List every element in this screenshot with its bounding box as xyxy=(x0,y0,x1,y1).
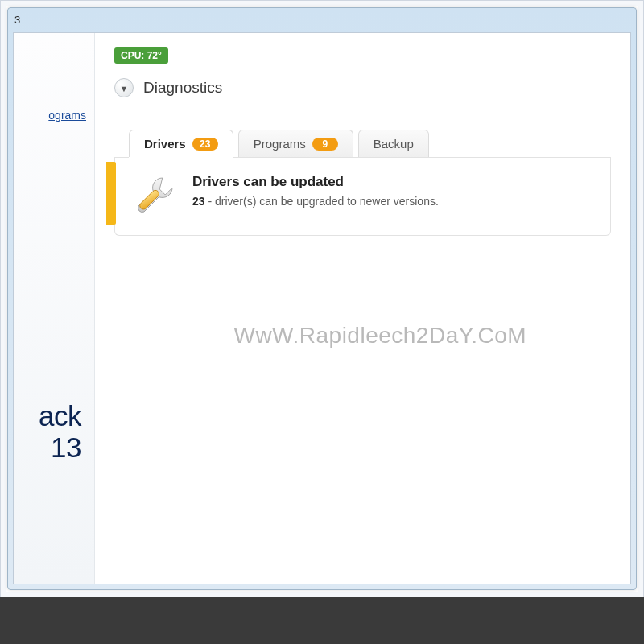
status-text-block: Drivers can be updated 23 - driver(s) ca… xyxy=(192,172,439,208)
section-title: Diagnostics xyxy=(143,79,222,97)
tab-programs[interactable]: Programs 9 xyxy=(238,130,353,157)
tab-drivers-label: Drivers xyxy=(144,137,186,151)
chevron-down-icon: ▼ xyxy=(120,84,129,93)
tab-programs-badge: 9 xyxy=(312,138,338,151)
status-count: 23 xyxy=(192,195,205,208)
tab-drivers-badge: 23 xyxy=(192,138,218,151)
tab-backup-label: Backup xyxy=(374,137,414,151)
image-inner: 3 ograms ack 13 CPU: 72° ▼ xyxy=(0,0,644,597)
section-header: ▼ Diagnostics xyxy=(114,78,611,97)
cpu-badge: CPU: 72° xyxy=(114,47,168,64)
collapse-toggle[interactable]: ▼ xyxy=(114,78,134,97)
client-area: ograms ack 13 CPU: 72° ▼ Diagnostics xyxy=(13,32,631,584)
brand-line1: ack xyxy=(39,400,81,431)
svg-rect-0 xyxy=(138,189,160,211)
wrench-icon xyxy=(133,172,178,217)
tab-strip: Drivers 23 Programs 9 Backup xyxy=(114,130,611,158)
watermark-text: WwW.Rapidleech2DaY.CoM xyxy=(233,323,526,349)
window-titlebar: 3 xyxy=(8,8,636,31)
brand-line2: 13 xyxy=(9,432,81,464)
tabs-container: Drivers 23 Programs 9 Backup xyxy=(114,130,611,236)
image-frame: 3 ograms ack 13 CPU: 72° ▼ xyxy=(0,0,644,644)
app-window: 3 ograms ack 13 CPU: 72° ▼ xyxy=(7,7,637,590)
status-suffix: - driver(s) can be upgraded to newer ver… xyxy=(205,195,439,208)
status-title: Drivers can be updated xyxy=(192,174,439,190)
title-fragment: 3 xyxy=(14,14,20,26)
tab-body: Drivers can be updated 23 - driver(s) ca… xyxy=(114,158,611,236)
status-accent-bar xyxy=(106,162,116,225)
tab-drivers[interactable]: Drivers 23 xyxy=(129,130,233,157)
tab-programs-label: Programs xyxy=(254,137,306,151)
sidebar-link-programs[interactable]: ograms xyxy=(14,105,94,125)
sidebar: ograms ack 13 xyxy=(14,33,95,584)
brand-text: ack 13 xyxy=(9,401,81,463)
main-panel: CPU: 72° ▼ Diagnostics Drivers 23 xyxy=(95,33,630,584)
tab-backup[interactable]: Backup xyxy=(358,130,429,157)
status-subtitle: 23 - driver(s) can be upgraded to newer … xyxy=(192,195,439,208)
